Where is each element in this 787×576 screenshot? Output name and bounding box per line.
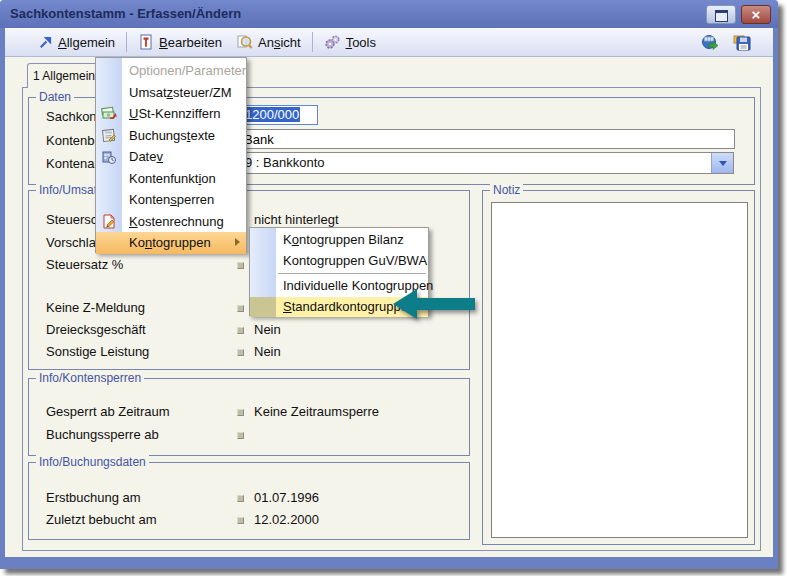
group-notiz-legend: Notiz xyxy=(490,183,523,197)
kontenart-label: Kontenar xyxy=(46,156,99,171)
building-clock-icon xyxy=(100,148,117,165)
row-value: Nein xyxy=(254,344,281,359)
bearbeiten-menu: Optionen/Parameter Umsatzsteuer/ZM USt-K… xyxy=(95,57,247,253)
row-label: Buchungssperre ab xyxy=(46,427,159,442)
row-value: 12.02.2000 xyxy=(254,512,319,527)
menu-item-kontensperren[interactable]: Kontensperren xyxy=(96,189,246,211)
kontenart-value: 9 : Bankkonto xyxy=(245,155,325,170)
annotation-arrow-icon xyxy=(393,286,475,322)
row-label: Zuletzt bebucht am xyxy=(46,512,157,527)
menu-separator xyxy=(278,273,426,274)
submenu-item-kontogruppen-guv-bwa[interactable]: Kontogruppen GuV/BWA xyxy=(250,251,428,272)
menu-item-datev[interactable]: Datev xyxy=(96,146,246,168)
submenu-item-kontogruppen-bilanz[interactable]: Kontogruppen Bilanz xyxy=(250,230,428,251)
row-value: nicht hinterlegt xyxy=(254,212,339,227)
menu-item-kontenfunktion[interactable]: Kontenfunktion xyxy=(96,168,246,190)
kontenbezeichnung-input[interactable] xyxy=(240,129,735,149)
kontenbezeichnung-label: Kontenbe xyxy=(46,133,102,148)
group-info-kontensperren: Info/Kontensperren Gesperrt ab Zeitraum … xyxy=(28,378,470,456)
row-value: Nein xyxy=(254,322,281,337)
row-label: Dreiecksgeschäft xyxy=(46,322,146,337)
menu-item-kontogruppen[interactable]: Kontogruppen xyxy=(96,232,246,254)
document-pencil-icon xyxy=(100,213,117,230)
menu-item-umsatzsteuer-zm[interactable]: Umsatzsteuer/ZM xyxy=(96,82,246,104)
group-daten-legend: Daten xyxy=(36,90,74,104)
group-info-buchungsdaten-legend: Info/Buchungsdaten xyxy=(36,455,149,469)
bullet-icon xyxy=(237,409,244,416)
kontenart-dropdown-button[interactable] xyxy=(711,153,733,173)
group-notiz: Notiz xyxy=(482,190,755,545)
screenshot-stage: Sachkontenstamm - Erfassen/Ändern × Allg… xyxy=(0,0,787,576)
group-info-kontensperren-legend: Info/Kontensperren xyxy=(36,371,144,385)
menu-item-ust-kennziffern[interactable]: USt-Kennziffern xyxy=(96,103,246,125)
row-label: Steuersatz % xyxy=(46,257,123,272)
group-info-buchungsdaten: Info/Buchungsdaten Erstbuchung am 01.07.… xyxy=(28,462,470,540)
bullet-icon xyxy=(237,495,244,502)
menu-item-optionen-parameter[interactable]: Optionen/Parameter xyxy=(96,60,246,82)
bullet-icon xyxy=(237,262,244,269)
row-label: Erstbuchung am xyxy=(46,490,141,505)
bullet-icon xyxy=(237,305,244,312)
tab-allgemein[interactable]: 1 Allgemein xyxy=(27,63,101,88)
menu-item-buchungstexte[interactable]: Buchungstexte xyxy=(96,125,246,147)
bullet-icon xyxy=(237,349,244,356)
row-label: Keine Z-Meldung xyxy=(46,300,145,315)
sachkonto-label: Sachkont xyxy=(46,109,100,124)
notiz-textarea[interactable] xyxy=(491,202,748,538)
note-pen-icon xyxy=(100,127,117,144)
submenu-arrow-icon xyxy=(235,238,240,246)
sachkonto-selected-text: 1200/000 xyxy=(244,107,300,122)
money-icon xyxy=(100,105,117,122)
row-label: Gesperrt ab Zeitraum xyxy=(46,404,170,419)
menu-item-kostenrechnung[interactable]: Kostenrechnung xyxy=(96,211,246,233)
chevron-down-icon xyxy=(719,161,727,166)
bullet-icon xyxy=(237,327,244,334)
bullet-icon xyxy=(237,432,244,439)
bullet-icon xyxy=(237,517,244,524)
row-label: Sonstige Leistung xyxy=(46,344,149,359)
row-value: 01.07.1996 xyxy=(254,490,319,505)
kontenart-combobox[interactable]: 9 : Bankkonto xyxy=(240,152,734,174)
row-value: Keine Zeitraumsperre xyxy=(254,404,379,419)
sachkonto-input[interactable]: 1200/000 xyxy=(240,105,318,125)
